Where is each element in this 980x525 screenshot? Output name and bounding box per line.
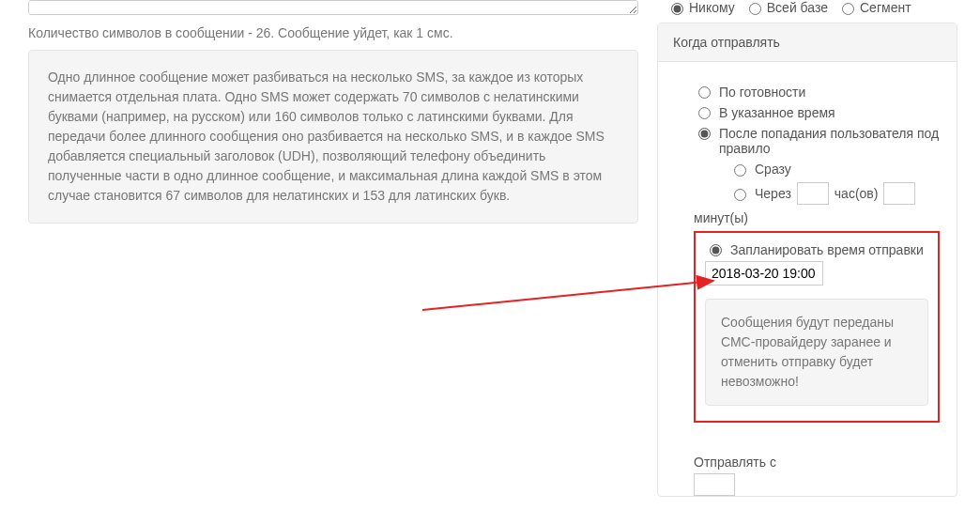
sub-immediate-radio[interactable] xyxy=(734,164,746,177)
audience-radio-group: Никому Всей базе Сегмент xyxy=(657,0,957,23)
audience-segment-label: Сегмент xyxy=(860,0,911,15)
minutes-input[interactable] xyxy=(883,182,915,205)
when-to-send-panel: Когда отправлять По готовности В указанн… xyxy=(657,23,957,497)
audience-all-label: Всей базе xyxy=(767,0,828,15)
sub-immediate-label: Сразу xyxy=(755,162,791,177)
sms-info-box: Одно длинное сообщение может разбиваться… xyxy=(28,50,638,224)
audience-nobody[interactable]: Никому xyxy=(666,0,735,15)
audience-nobody-label: Никому xyxy=(689,0,735,15)
when-time-radio[interactable] xyxy=(698,107,711,119)
panel-header: Когда отправлять xyxy=(658,23,957,62)
schedule-warning-box: Сообщения будут переданы СМС-провайдеру … xyxy=(705,299,928,406)
sub-schedule-radio[interactable] xyxy=(710,244,722,256)
when-time-label: В указанное время xyxy=(719,105,835,120)
sub-delay-radio[interactable] xyxy=(734,189,746,201)
schedule-datetime-input[interactable] xyxy=(705,261,823,286)
sub-schedule-label: Запланировать время отправки xyxy=(730,242,924,257)
message-textarea[interactable] xyxy=(28,0,638,15)
char-count-label: Количество символов в сообщении - 26. Со… xyxy=(28,25,638,40)
sub-delay-label-1: Через xyxy=(755,186,791,201)
send-from-label: Отправлять с xyxy=(694,455,957,470)
audience-all[interactable]: Всей базе xyxy=(744,0,828,15)
sub-delay-label-3: минут(ы) xyxy=(694,210,748,225)
when-rule-label: После попадания пользователя под правило xyxy=(719,126,940,156)
audience-segment-radio[interactable] xyxy=(842,3,854,15)
when-rule-radio[interactable] xyxy=(698,128,711,140)
when-ready-radio[interactable] xyxy=(698,86,711,99)
hours-input[interactable] xyxy=(797,182,829,205)
send-from-input[interactable] xyxy=(694,473,735,496)
when-ready-label: По готовности xyxy=(719,85,805,100)
audience-nobody-radio[interactable] xyxy=(671,3,683,15)
audience-all-radio[interactable] xyxy=(749,3,761,15)
sub-delay-label-2: час(ов) xyxy=(835,186,879,201)
audience-segment[interactable]: Сегмент xyxy=(837,0,911,15)
schedule-highlight-box: Запланировать время отправки Сообщения б… xyxy=(694,231,940,423)
